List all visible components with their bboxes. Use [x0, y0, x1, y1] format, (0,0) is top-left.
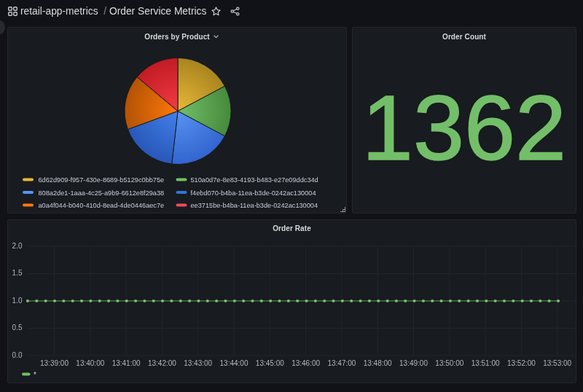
svg-text:13:47:00: 13:47:00: [327, 359, 356, 367]
svg-text:2.0: 2.0: [12, 242, 23, 250]
svg-text:*: *: [34, 371, 36, 379]
svg-text:0.5: 0.5: [12, 324, 23, 332]
svg-text:13:39:00: 13:39:00: [40, 359, 69, 367]
svg-text:13:53:00: 13:53:00: [543, 359, 571, 367]
svg-text:13:46:00: 13:46:00: [292, 359, 320, 367]
svg-text:a0a4f044-b040-410d-8ead-4de044: a0a4f044-b040-410d-8ead-4de0446aec7e: [39, 202, 165, 209]
svg-text:0.0: 0.0: [12, 351, 23, 359]
svg-text:13:51:00: 13:51:00: [472, 359, 500, 367]
svg-text:13:43:00: 13:43:00: [184, 359, 212, 367]
svg-text:13:44:00: 13:44:00: [220, 359, 249, 367]
svg-text:f4ebd070-b4ba-11ea-b3de-0242ac: f4ebd070-b4ba-11ea-b3de-0242ac130004: [191, 189, 316, 197]
svg-text:ee3715be-b4ba-11ea-b3de-0242ac: ee3715be-b4ba-11ea-b3de-0242ac130004: [191, 202, 318, 209]
svg-text:13:45:00: 13:45:00: [256, 359, 284, 367]
svg-text:13:40:00: 13:40:00: [76, 359, 104, 367]
svg-text:6d62d909-f957-430e-8689-b5129c: 6d62d909-f957-430e-8689-b5129c0bb75e: [39, 176, 165, 184]
svg-text:13:41:00: 13:41:00: [112, 359, 141, 367]
svg-text:510a0d7e-8e83-4193-b483-e27e09: 510a0d7e-8e83-4193-b483-e27e09ddc34d: [191, 176, 318, 184]
svg-text:13:48:00: 13:48:00: [364, 359, 392, 367]
svg-text:13:49:00: 13:49:00: [399, 359, 428, 367]
svg-text:13:50:00: 13:50:00: [435, 359, 463, 367]
svg-text:1.0: 1.0: [12, 297, 23, 305]
svg-text:1.5: 1.5: [12, 269, 23, 277]
svg-text:13:42:00: 13:42:00: [148, 359, 176, 367]
svg-text:808a2de1-1aaa-4c25-a9b9-6612e8: 808a2de1-1aaa-4c25-a9b9-6612e8f29a38: [39, 189, 165, 197]
svg-text:13:52:00: 13:52:00: [507, 359, 536, 367]
